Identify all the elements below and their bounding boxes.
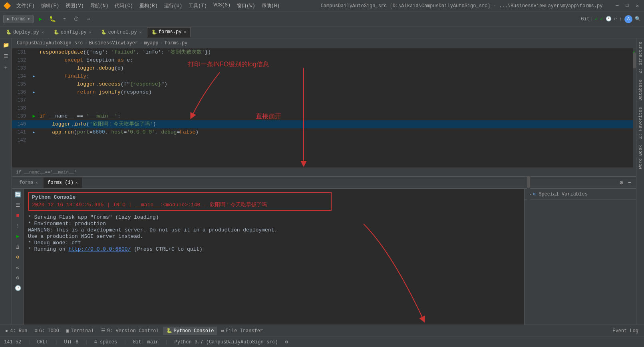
minimize-button[interactable]: ─ <box>614 2 620 10</box>
console-clock-btn[interactable]: 🕐 <box>14 284 22 293</box>
menu-nav[interactable]: 导航(N) <box>87 2 111 10</box>
line-num-135: 135 <box>12 80 30 88</box>
breadcrumb-layer[interactable]: BusinessViewLayer <box>89 40 138 46</box>
forms-config-dropdown[interactable]: ▾ <box>27 16 30 22</box>
console-settings-icon[interactable]: ⚙ <box>618 178 624 187</box>
menu-bar[interactable]: 文件(F) 编辑(E) 视图(V) 导航(N) 代码(C) 重构(R) 运行(U… <box>14 2 282 10</box>
debug-button[interactable]: 🐛 <box>47 14 58 24</box>
coverage-button[interactable]: ☂ <box>59 14 70 24</box>
tab-config-close[interactable]: ✕ <box>89 30 91 35</box>
right-label-database[interactable]: Database <box>637 76 644 104</box>
code-line-141: 141 ▸ app.run(port=6600, host='0.0.0.0',… <box>12 128 636 136</box>
profile-button[interactable]: ⏱ <box>71 14 81 24</box>
menu-edit[interactable]: 编辑(E) <box>38 2 62 10</box>
console-debug-btn[interactable]: ⚙ <box>14 253 22 261</box>
tab-forms-icon: 🐍 <box>151 30 157 35</box>
console-title: Python Console <box>32 194 328 200</box>
console-restart-btn[interactable]: 🔄 <box>14 190 22 199</box>
menu-vcs[interactable]: VCS(S) <box>211 2 233 10</box>
menu-view[interactable]: 视图(V) <box>63 2 87 10</box>
forms-run-config[interactable]: ▶ forms ▾ <box>3 15 34 23</box>
menu-file[interactable]: 文件(F) <box>14 2 38 10</box>
console-run-btn[interactable]: ▶ <box>14 232 22 241</box>
tab-deploy-close[interactable]: ✕ <box>42 30 44 35</box>
console-loop-btn[interactable]: ∞ <box>14 263 22 272</box>
console-output[interactable]: Python Console 2020-12-16 13:49:25.995 |… <box>24 189 524 325</box>
console-line-3: WARNING: This is a development server. D… <box>28 227 520 233</box>
run-tab-python-console[interactable]: 🐍 Python Console <box>163 327 217 335</box>
line-num-141: 141 <box>12 128 30 136</box>
run-tab-file-transfer[interactable]: ⇄ File Transfer <box>218 327 266 335</box>
top-toolbar: ▶ forms ▾ ▶ 🐛 ☂ ⏱ ⇒ Git: ✓ ✓ 🕐 ↩ ↑ A 🔍 <box>0 12 644 26</box>
console-tab-forms1[interactable]: forms (1) ✕ <box>44 177 82 188</box>
right-label-structure[interactable]: Z: Structure <box>637 38 644 76</box>
git-history[interactable]: 🕐 <box>606 16 612 22</box>
console-stop-btn[interactable]: ■ <box>14 211 22 220</box>
console-running-suffix: (Press CTRL+C to quit) <box>134 246 203 252</box>
console-list-btn[interactable]: ⋮ <box>14 221 22 230</box>
sidebar-structure-icon[interactable]: ☰ <box>1 51 11 62</box>
git-checkmark1[interactable]: ✓ <box>595 16 598 22</box>
close-button[interactable]: ✕ <box>634 2 641 10</box>
vcs-tab-label: 9: Version Control <box>107 328 159 334</box>
menu-code[interactable]: 代码(C) <box>112 2 136 10</box>
sidebar-plus-icon[interactable]: ＋ <box>1 62 11 73</box>
console-print-btn[interactable]: 🖨 <box>14 242 22 251</box>
right-label-wordbook[interactable]: Word Book <box>637 142 644 172</box>
avatar: A <box>624 15 632 23</box>
breadcrumb-project[interactable]: CampusDailyAutoSign_src <box>17 40 83 46</box>
gutter-141[interactable]: ▸ <box>30 128 38 136</box>
run-button[interactable]: ▶ <box>35 14 46 24</box>
python-console-tab-label: Python Console <box>174 328 214 334</box>
menu-tools[interactable]: 工具(T) <box>186 2 210 10</box>
run-tab-vcs[interactable]: ☰ 9: Version Control <box>98 327 162 335</box>
gutter-134[interactable]: ▸ <box>30 72 38 80</box>
tab-control[interactable]: 🐍 control.py ✕ <box>97 27 146 38</box>
code-line-135: 135 logger.success(f"{response}") <box>12 80 636 88</box>
console-tab-forms[interactable]: forms ✕ <box>15 177 42 188</box>
git-push[interactable]: ↑ <box>619 16 622 22</box>
special-vars-grid-icon: ⊞ <box>533 191 536 197</box>
todo-icon: ≡ <box>34 328 37 334</box>
console-settings2-btn[interactable]: ⚙ <box>14 273 22 282</box>
console-link[interactable]: http://0.0.0.0:6600/ <box>68 246 131 252</box>
run-tab-event-log[interactable]: Event Log <box>609 327 642 335</box>
menu-help[interactable]: 帮助(H) <box>259 2 283 10</box>
status-python: Python 3.7 (CampusDailyAutoSign_src) <box>174 339 278 345</box>
breadcrumb-file[interactable]: forms.py <box>165 40 188 46</box>
console-tab-forms1-close[interactable]: ✕ <box>76 180 78 185</box>
status-settings-icon[interactable]: ⚙ <box>285 339 288 345</box>
tab-forms-close[interactable]: ✕ <box>184 30 186 34</box>
file-tabs: 🐍 deploy.py ✕ 🐍 config.py ✕ 🐍 control.py… <box>0 26 644 38</box>
sidebar-project-icon[interactable]: 📁 <box>1 40 11 50</box>
bottom-run-bar: ▶ 4: Run ≡ 6: TODO ▣ Terminal ☰ 9: Versi… <box>0 325 644 337</box>
status-line-ending: CRLF <box>37 339 48 345</box>
menu-refactor[interactable]: 重构(R) <box>137 2 161 10</box>
maximize-button[interactable]: □ <box>624 2 631 10</box>
console-tab-forms-close[interactable]: ✕ <box>36 180 38 185</box>
gutter-139[interactable]: ▶ <box>30 112 38 120</box>
code-editor[interactable]: 131 responseUpdate({'msg': 'failed', 'in… <box>12 48 636 176</box>
right-label-favorites[interactable]: Z: Favorites <box>637 104 644 142</box>
search-icon[interactable]: 🔍 <box>635 16 641 22</box>
console-menu-btn[interactable]: ☰ <box>14 201 22 209</box>
vcs-icon: ☰ <box>101 328 105 334</box>
git-checkmark2[interactable]: ✓ <box>600 16 603 22</box>
tab-deploy-label: deploy.py <box>13 30 39 35</box>
gutter-136[interactable]: ▸ <box>30 88 38 96</box>
tab-deploy[interactable]: 🐍 deploy.py ✕ <box>2 27 48 38</box>
concurrency-button[interactable]: ⇒ <box>83 14 93 24</box>
menu-run[interactable]: 运行(U) <box>161 2 185 10</box>
scrollbar-track[interactable]: ✓ <box>633 48 636 176</box>
breadcrumb-app[interactable]: myapp <box>144 40 158 46</box>
console-hide-icon[interactable]: − <box>626 179 633 187</box>
tab-config[interactable]: 🐍 config.py ✕ <box>49 27 96 38</box>
run-tab-run[interactable]: ▶ 4: Run <box>2 327 30 335</box>
run-tab-terminal[interactable]: ▣ Terminal <box>63 327 97 335</box>
menu-window[interactable]: 窗口(W) <box>234 2 258 10</box>
tab-control-close[interactable]: ✕ <box>139 30 142 35</box>
tab-forms[interactable]: 🐍 forms.py ✕ <box>147 27 191 38</box>
window-controls[interactable]: ─ □ ✕ <box>614 2 641 10</box>
git-undo[interactable]: ↩ <box>614 16 617 22</box>
run-tab-todo[interactable]: ≡ 6: TODO <box>31 327 62 335</box>
